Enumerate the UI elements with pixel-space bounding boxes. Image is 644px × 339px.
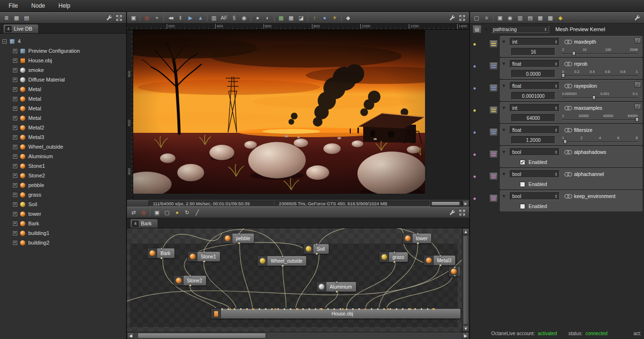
- storage-icon[interactable]: ▥: [515, 13, 525, 23]
- expand-icon[interactable]: +: [13, 58, 17, 63]
- tree-item[interactable]: +Aluminium: [2, 152, 126, 161]
- material-preview-icon[interactable]: ◆: [343, 13, 353, 23]
- white-balance-picker-icon[interactable]: ◎: [142, 13, 152, 23]
- scrollbar-thumb[interactable]: [138, 333, 266, 339]
- graph-node-partial[interactable]: [448, 266, 460, 277]
- scroll-down-icon[interactable]: ▼: [462, 325, 469, 332]
- param-value-input[interactable]: 1.2000: [511, 136, 555, 144]
- node-graph-canvas[interactable]: pebble tower Soil Bark Stone1 Wheel_outs…: [127, 228, 469, 332]
- history-icon[interactable]: ◉: [505, 13, 515, 23]
- scrollbar-thumb[interactable]: [463, 235, 469, 325]
- param-slider[interactable]: 2101002048: [562, 47, 638, 56]
- param-type-dropdown[interactable]: int▲▼: [510, 104, 560, 112]
- expand-icon[interactable]: +: [13, 145, 17, 149]
- daylight-icon[interactable]: ☀: [330, 13, 340, 23]
- collapse-arrow-icon[interactable]: ▼: [502, 83, 506, 88]
- expand-icon[interactable]: +: [13, 126, 17, 130]
- expand-icon[interactable]: +: [13, 174, 17, 178]
- collapse-icon[interactable]: −: [2, 39, 7, 44]
- pan-view-icon[interactable]: ⇄: [128, 208, 138, 217]
- param-type-dropdown[interactable]: int▲▼: [510, 38, 560, 46]
- octane-live-icon[interactable]: ●: [320, 13, 330, 23]
- wrench-icon[interactable]: [105, 14, 113, 22]
- camera-settings-icon[interactable]: ◉: [239, 13, 249, 23]
- graph-node-grass[interactable]: grass: [379, 252, 408, 262]
- expand-icon[interactable]: +: [13, 116, 17, 120]
- menu-file[interactable]: File: [2, 0, 24, 11]
- tab-bark[interactable]: 4 Bark: [130, 219, 158, 228]
- imager-settings-icon[interactable]: §: [229, 13, 239, 23]
- checker-node-icon[interactable]: ▩: [545, 13, 555, 23]
- sync-tree-icon[interactable]: ≣: [1, 13, 12, 23]
- expand-icon[interactable]: +: [13, 87, 17, 92]
- param-type-icon[interactable]: [489, 84, 498, 92]
- graph-node-tower[interactable]: tower: [402, 233, 432, 244]
- menu-node[interactable]: Node: [24, 0, 52, 11]
- lock-exposure-icon[interactable]: ●: [253, 13, 263, 23]
- enabled-checkbox[interactable]: [520, 204, 525, 209]
- scrollbar-thumb[interactable]: [431, 201, 460, 206]
- param-type-icon[interactable]: [489, 150, 498, 158]
- expand-icon[interactable]: +: [13, 106, 17, 111]
- graph-node-aluminium[interactable]: Aluminium: [316, 281, 356, 292]
- tree-item[interactable]: +Metal: [2, 84, 126, 94]
- curve-toggle-icon[interactable]: ╱: [634, 104, 641, 110]
- collapse-arrow-icon[interactable]: ▼: [502, 61, 506, 66]
- collapse-arrow-icon[interactable]: ▼: [502, 128, 506, 132]
- render-target-icon[interactable]: ▣: [495, 13, 505, 23]
- curve-toggle-icon[interactable]: ╱: [634, 37, 641, 44]
- param-value-input[interactable]: 64000: [511, 114, 555, 122]
- tree-item[interactable]: +grass: [2, 190, 126, 199]
- tree-item[interactable]: +Stone2: [2, 171, 126, 180]
- tree-item[interactable]: +Metal3: [2, 132, 126, 142]
- curve-toggle-icon[interactable]: ╱: [634, 82, 641, 88]
- param-type-dropdown[interactable]: float▲▼: [510, 60, 560, 68]
- wrench-icon[interactable]: [448, 14, 456, 22]
- tree-item[interactable]: +Stone1: [2, 161, 126, 171]
- expand-icon[interactable]: +: [13, 154, 17, 159]
- expand-panel-icon[interactable]: [115, 14, 123, 22]
- expand-icon[interactable]: +: [13, 49, 17, 53]
- tree-item[interactable]: +Preview Configuration: [2, 46, 126, 56]
- param-slider[interactable]: 00.20.40.60.81: [562, 70, 638, 78]
- upload-livedb-icon[interactable]: ↑: [310, 13, 320, 23]
- tree-item[interactable]: +Metal: [2, 113, 126, 123]
- refresh-graph-icon[interactable]: ↻: [182, 208, 192, 217]
- expand-icon[interactable]: +: [13, 241, 17, 245]
- graph-node-soil[interactable]: Soil: [303, 244, 329, 254]
- save-render-icon[interactable]: ▣: [128, 13, 138, 23]
- tree-item[interactable]: +Diffuse Material: [2, 75, 126, 84]
- presets-icon[interactable]: ▤: [525, 13, 535, 23]
- param-value-input[interactable]: 0.0001000: [511, 92, 555, 100]
- tree-item[interactable]: +smoke: [2, 65, 126, 75]
- expand-icon[interactable]: +: [13, 78, 17, 82]
- wrench-icon[interactable]: [633, 14, 641, 22]
- alpha-checker-icon[interactable]: ▩: [276, 13, 286, 23]
- graph-node-stone2[interactable]: Stone2: [173, 275, 207, 286]
- param-slider[interactable]: 1200004000064000: [562, 114, 638, 122]
- graph-hscrollbar[interactable]: ◀ ▶: [127, 332, 469, 339]
- render-region-icon[interactable]: ▲: [196, 13, 206, 23]
- param-type-dropdown[interactable]: float▲▼: [510, 82, 560, 90]
- auto-focus-icon[interactable]: AF: [219, 13, 229, 23]
- material-picker-icon[interactable]: ◎: [138, 208, 149, 217]
- expand-icon[interactable]: +: [13, 231, 17, 235]
- param-type-icon[interactable]: [489, 172, 498, 180]
- collapse-arrow-icon[interactable]: ▼: [502, 105, 506, 110]
- param-value-input[interactable]: 0.0000: [511, 70, 555, 78]
- param-slider[interactable]: 12468: [562, 136, 638, 144]
- wrench-icon[interactable]: [448, 209, 456, 216]
- resume-render-icon[interactable]: ▶: [185, 13, 196, 23]
- graph-node-house-obj[interactable]: House.obj: [211, 308, 461, 319]
- collapse-arrow-icon[interactable]: ▼: [502, 39, 506, 44]
- param-type-icon[interactable]: [489, 128, 498, 136]
- tree-item[interactable]: +Soil: [2, 199, 126, 209]
- add-node-icon[interactable]: ▢: [162, 208, 172, 217]
- node-list-icon[interactable]: ≡: [482, 13, 492, 23]
- scroll-left-icon[interactable]: ◀: [127, 332, 134, 339]
- viewport-hscrollbar[interactable]: [430, 200, 462, 207]
- enabled-checkbox[interactable]: ✓: [520, 160, 525, 165]
- param-slider[interactable]: 0.0000010.0010.1: [562, 92, 638, 100]
- kernel-type-dropdown[interactable]: pathtracing ▲▼: [491, 25, 549, 33]
- param-type-icon[interactable]: [489, 106, 498, 114]
